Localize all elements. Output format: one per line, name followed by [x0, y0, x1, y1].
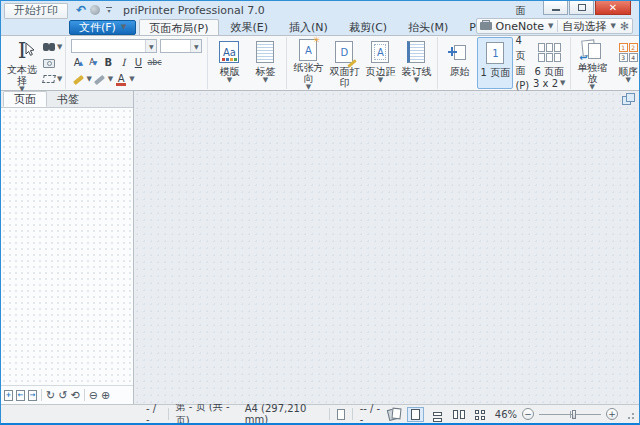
- undo-icon[interactable]: ↶: [76, 5, 86, 15]
- divider: [168, 408, 169, 420]
- font-color-button[interactable]: A: [114, 73, 128, 87]
- sidebar-tab-label: 页面: [14, 92, 36, 107]
- clear-format-button[interactable]: [93, 73, 107, 87]
- tab-effects[interactable]: 效果(E): [222, 19, 278, 35]
- multi-page-preview-icon[interactable]: [388, 408, 402, 421]
- printer-dropdown-icon[interactable]: ▼: [548, 22, 553, 30]
- chevron-down-icon[interactable]: ▼: [86, 77, 91, 82]
- tab-label: 插入(N): [289, 20, 328, 35]
- region-select-button[interactable]: ▼: [43, 72, 62, 86]
- strikethrough-button[interactable]: abc: [146, 56, 162, 70]
- cursor-coordinates: -- / --: [360, 403, 381, 425]
- highlight-button[interactable]: [71, 73, 85, 87]
- font-size-combobox[interactable]: ▼: [160, 39, 202, 53]
- chevron-down-icon: ▼: [57, 45, 62, 50]
- original-icon: [448, 41, 470, 63]
- resize-grip-icon[interactable]: [625, 410, 634, 419]
- text-select-button[interactable]: I 文本选择 ▼: [4, 37, 40, 89]
- zoom-slider[interactable]: [539, 408, 601, 421]
- four-pages-button[interactable]: 4 页面(P): [513, 33, 531, 93]
- view-continuous-button[interactable]: [429, 407, 446, 422]
- margins-button[interactable]: A 页边距 ▼: [362, 37, 398, 89]
- snapshot-button[interactable]: [43, 56, 62, 70]
- one-page-button[interactable]: 1 1 页面: [477, 37, 513, 89]
- tab-header[interactable]: 抬头(M): [399, 19, 457, 35]
- zoom-slider-thumb[interactable]: [572, 410, 576, 419]
- gutter-button[interactable]: 装订线 ▼: [398, 37, 434, 89]
- qat-customize-icon[interactable]: ▾: [104, 7, 114, 13]
- zoom-in-button[interactable]: +: [606, 408, 618, 420]
- divider: [84, 389, 85, 401]
- lasso-select-icon: [42, 75, 56, 83]
- pages-scale-icon: ↩: [580, 39, 604, 61]
- file-menu-button[interactable]: 文件(F) ▼: [69, 20, 136, 35]
- app-window: 开始打印 ↶ ▾ priPrinter Professional 7.0 ✕ 文…: [0, 0, 640, 425]
- close-button[interactable]: ✕: [595, 0, 631, 15]
- font-color-icon: A: [116, 74, 126, 86]
- individual-zoom-button[interactable]: ↩ 单独缩放 ▼: [574, 37, 610, 89]
- tab-insert[interactable]: 插入(N): [280, 19, 337, 35]
- insert-page-after-icon[interactable]: →: [28, 390, 37, 401]
- original-button[interactable]: 原始: [441, 37, 477, 89]
- rotate-180-icon[interactable]: ⟲: [70, 390, 79, 401]
- sidebar-tab-bookmarks[interactable]: 书签: [47, 91, 89, 107]
- tag-button[interactable]: 标签 ▼: [247, 37, 283, 89]
- italic-button[interactable]: I: [116, 56, 130, 70]
- maximize-button[interactable]: [569, 0, 594, 15]
- rotate-ccw-icon[interactable]: ↺: [58, 390, 67, 401]
- insert-page-before-icon[interactable]: ←: [16, 390, 25, 401]
- view-single-page-button[interactable]: [407, 407, 424, 422]
- sidebar-tabs: 页面 书签: [1, 91, 133, 108]
- tab-crop[interactable]: 裁剪(C): [340, 19, 396, 35]
- view-thumbnails-button[interactable]: [473, 407, 490, 422]
- window-controls: ✕: [542, 0, 631, 15]
- ribbon-tab-row: 文件(F) ▼ 页面布局(P) 效果(E) 插入(N) 裁剪(C) 抬头(M) …: [1, 19, 639, 35]
- order-button[interactable]: 12 34 顺序 ▼: [610, 37, 640, 89]
- orientation-button[interactable]: A☀ 纸张方向 ▼: [290, 37, 326, 89]
- gear-icon[interactable]: ✻: [620, 21, 629, 32]
- template-button[interactable]: Aa 模版 ▼: [211, 37, 247, 89]
- zoom-in-icon[interactable]: ⊕: [101, 390, 110, 401]
- chevron-down-icon[interactable]: ▼: [190, 40, 201, 52]
- shrink-font-button[interactable]: A▼: [86, 56, 100, 70]
- group-pages-per-sheet: 原始 1 1 页面 2 页面(P) 4 页面(P) 6 页面(P) 6 页面 3…: [438, 37, 571, 89]
- start-print-button[interactable]: 开始打印: [4, 3, 68, 19]
- printer-name[interactable]: OneNote: [496, 20, 544, 33]
- find-button[interactable]: ▼: [43, 40, 62, 54]
- paper-mode[interactable]: 自动选择: [562, 19, 606, 34]
- chevron-down-icon: ▼: [414, 78, 419, 83]
- zoom-out-icon[interactable]: ⊖: [89, 390, 98, 401]
- zoom-out-button[interactable]: −: [522, 408, 534, 420]
- tab-label: 效果(E): [231, 20, 269, 35]
- page-options-icon[interactable]: [622, 93, 636, 106]
- six-pages-grid-button[interactable]: 6 页面 3 x 2 ▼: [531, 37, 567, 89]
- sidebar-tab-pages[interactable]: 页面: [3, 91, 47, 107]
- redo-icon[interactable]: [90, 5, 100, 15]
- chevron-down-icon[interactable]: ▼: [129, 77, 134, 82]
- page-thumbnails-panel[interactable]: [1, 108, 133, 385]
- tab-label: 页面布局(P): [149, 21, 208, 36]
- add-page-icon[interactable]: +: [4, 390, 13, 401]
- paper-mode-dropdown-icon[interactable]: ▼: [610, 22, 615, 30]
- tab-page-layout[interactable]: 页面布局(P): [139, 19, 218, 35]
- file-menu-label: 文件(F): [79, 20, 116, 35]
- cursor-arrow-icon: [25, 43, 35, 56]
- duplex-button[interactable]: D 双面打印: [326, 37, 362, 89]
- underline-button[interactable]: U: [131, 56, 145, 70]
- chevron-down-icon: ▼: [560, 81, 565, 86]
- font-name-combobox[interactable]: ▼: [71, 39, 157, 53]
- tab-label: 裁剪(C): [349, 20, 387, 35]
- bold-button[interactable]: B: [101, 56, 115, 70]
- sidebar: 页面 书签 + ← → ↻ ↺ ⟲ ⊖ ⊕: [1, 91, 134, 404]
- rotate-cw-icon[interactable]: ↻: [46, 390, 55, 401]
- quick-access-toolbar: ↶ ▾: [76, 5, 114, 15]
- minimize-button[interactable]: [543, 0, 568, 15]
- preview-canvas[interactable]: [134, 91, 639, 404]
- chevron-down-icon[interactable]: ▼: [145, 40, 156, 52]
- chevron-down-icon[interactable]: ▼: [108, 77, 113, 82]
- chevron-down-icon: ▼: [306, 85, 311, 90]
- grow-font-button[interactable]: A▲: [71, 56, 85, 70]
- view-facing-button[interactable]: [451, 407, 468, 422]
- continuous-view-icon: [433, 412, 442, 416]
- chevron-down-icon: ▼: [590, 85, 595, 90]
